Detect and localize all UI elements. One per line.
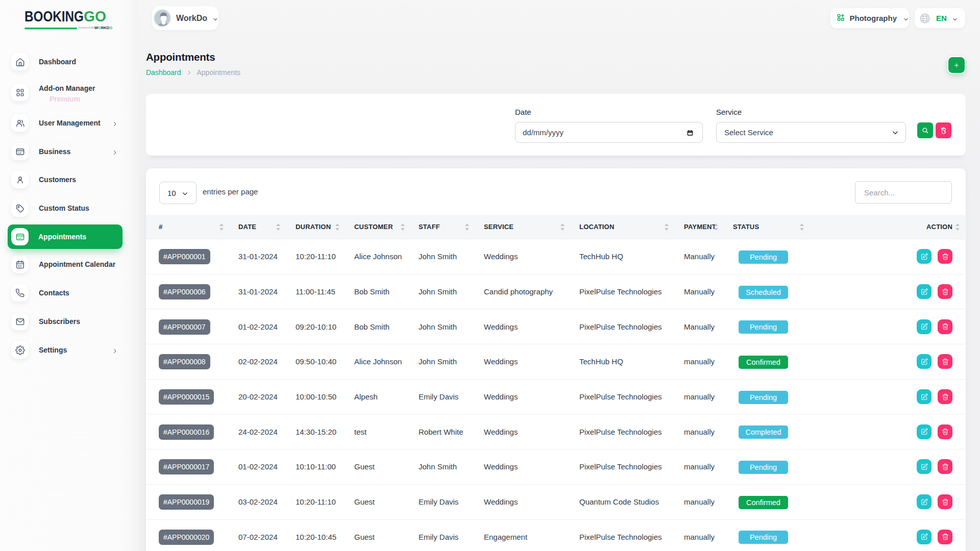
svg-text:WORKDO: WORKDO <box>94 26 112 30</box>
svg-text:BOOKING: BOOKING <box>24 8 84 24</box>
svg-text:GO: GO <box>84 8 106 24</box>
svg-text:Powered By: Powered By <box>79 26 94 29</box>
